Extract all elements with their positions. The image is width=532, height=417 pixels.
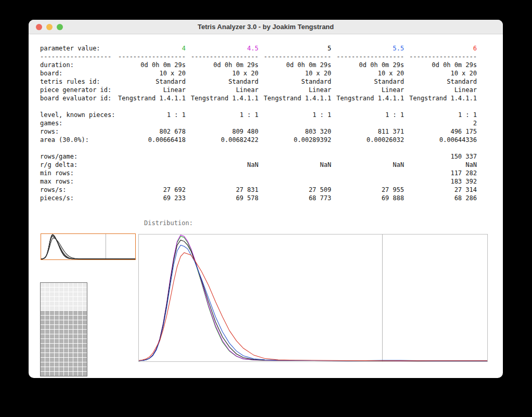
stats-label: games:	[40, 119, 113, 127]
board-cell-filled	[69, 334, 73, 338]
board-cell-filled	[78, 320, 82, 324]
board-cell-filled	[45, 358, 49, 362]
board-cell-filled	[41, 353, 45, 357]
stats-cell: Standard	[331, 77, 404, 86]
board-cell-empty	[50, 306, 54, 310]
board-cell-filled	[64, 334, 68, 338]
board-cell-filled	[64, 358, 68, 362]
board-cell-filled	[78, 348, 82, 353]
board-cell-empty	[45, 306, 49, 310]
separator-dashes: ------------------	[331, 53, 404, 61]
board-cell-filled	[69, 344, 73, 348]
board-cell-filled	[50, 320, 54, 324]
stats-label: area (30.0%):	[40, 136, 113, 144]
distribution-thumbnail-chart[interactable]	[41, 233, 136, 260]
stats-cell	[331, 169, 404, 177]
board-cell-empty	[50, 292, 54, 296]
board-cell-filled	[45, 353, 49, 357]
stats-row	[40, 102, 477, 111]
stats-cell: Linear	[404, 86, 477, 94]
board-cell-filled	[69, 311, 73, 315]
board-cell-empty	[45, 302, 49, 306]
stats-cell: NaN	[404, 161, 477, 169]
board-cell-filled	[83, 339, 87, 343]
stats-cell: 68 773	[258, 194, 331, 202]
board-cell-empty	[50, 288, 54, 292]
board-cell-empty	[83, 283, 87, 287]
stats-label: piece generator id:	[40, 86, 113, 94]
stats-cell	[113, 119, 186, 127]
board-cell-filled	[45, 311, 49, 315]
board-cell-filled	[73, 348, 77, 353]
board-cell-filled	[50, 330, 54, 334]
board-cell-empty	[78, 292, 82, 296]
stats-cell: Linear	[258, 86, 331, 94]
stats-cell: 0.00666418	[113, 136, 186, 144]
board-cell-filled	[69, 325, 73, 329]
stats-cell: 10 x 20	[113, 69, 186, 77]
board-cell-filled	[83, 348, 87, 353]
stats-row: rows/s:27 69227 83127 50927 95527 314	[40, 186, 477, 194]
board-cell-filled	[55, 325, 59, 329]
stats-cell: Linear	[331, 86, 404, 94]
board-cell-filled	[83, 316, 87, 320]
board-cell-filled	[41, 325, 45, 329]
board-cell-empty	[78, 283, 82, 287]
board-cell-filled	[55, 348, 59, 353]
stats-cell: Linear	[186, 86, 258, 94]
board-cell-empty	[83, 306, 87, 310]
stats-label: duration:	[40, 61, 113, 69]
board-cell-empty	[69, 302, 73, 306]
stats-cell: 68 286	[404, 194, 477, 202]
board-cell-filled	[73, 344, 77, 348]
board-cell-empty	[64, 302, 68, 306]
board-cell-filled	[83, 311, 87, 315]
parameter-value-5.5: 5.5	[331, 44, 404, 53]
stats-row: parameter value:44.555.56	[40, 44, 477, 53]
board-cell-filled	[64, 353, 68, 357]
board-cell-filled	[45, 367, 49, 371]
stats-cell: 496 175	[404, 127, 477, 136]
board-cell-filled	[73, 330, 77, 334]
stats-cell: 1 : 1	[113, 111, 186, 119]
main-content: parameter value:44.555.56---------------…	[29, 34, 503, 377]
board-cell-filled	[55, 320, 59, 324]
title-bar[interactable]: Tetris Analyzer 3.0 - by Joakim Tengstra…	[29, 20, 503, 34]
board-cell-filled	[83, 353, 87, 357]
board-cell-filled	[50, 362, 54, 367]
board-cell-filled	[78, 367, 82, 371]
stats-cell: 150 337	[404, 152, 477, 161]
board-cell-filled	[50, 339, 54, 343]
curve-series-5	[41, 236, 135, 259]
stats-row: level, known pieces:1 : 11 : 11 : 11 : 1…	[40, 111, 477, 119]
board-cell-filled	[41, 344, 45, 348]
board-cell-filled	[64, 325, 68, 329]
board-cell-filled	[69, 362, 73, 367]
curve-series-5.5	[139, 245, 487, 361]
stats-label: board:	[40, 69, 113, 77]
stats-label: min rows:	[40, 169, 113, 177]
stats-row: duration:0d 0h 0m 29s0d 0h 0m 29s0d 0h 0…	[40, 61, 477, 69]
separator-dashes: ------------------	[113, 53, 186, 61]
board-cell-filled	[78, 334, 82, 338]
board-cell-filled	[73, 353, 77, 357]
board-cell-filled	[73, 316, 77, 320]
stats-row: pieces/s:69 23369 57868 77369 88868 286	[40, 194, 477, 202]
board-cell-empty	[69, 292, 73, 296]
board-cell-filled	[41, 316, 45, 320]
board-cell-empty	[73, 297, 77, 301]
stats-cell: Standard	[186, 77, 258, 86]
board-cell-filled	[83, 367, 87, 371]
board-cell-filled	[41, 367, 45, 371]
board-cell-empty	[41, 292, 45, 296]
stats-cell: 69 578	[186, 194, 258, 202]
board-cell-filled	[69, 339, 73, 343]
board-cell-filled	[41, 320, 45, 324]
board-cell-filled	[83, 330, 87, 334]
stats-cell: Tengstrand 1.4.1.1	[113, 94, 186, 102]
board-cell-filled	[59, 344, 63, 348]
board-cell-filled	[64, 348, 68, 353]
stats-label: rows/s:	[40, 186, 113, 194]
board-cell-empty	[55, 292, 59, 296]
stats-label: max rows:	[40, 177, 113, 186]
